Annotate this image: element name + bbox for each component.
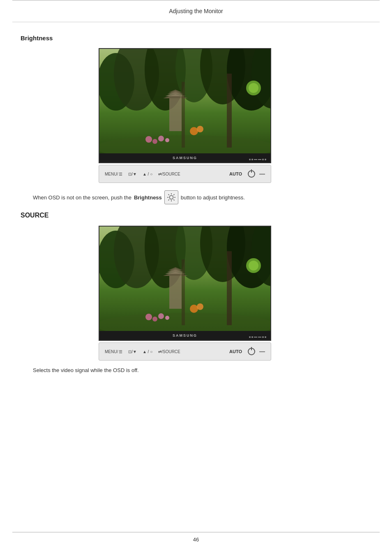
samsung-logo-2: SAMSUNG bbox=[173, 333, 197, 338]
indicator-4 bbox=[265, 159, 266, 160]
indicator-8 bbox=[265, 336, 266, 338]
indicator-line-2 bbox=[258, 159, 261, 160]
svg-rect-60 bbox=[99, 227, 271, 333]
page-footer: 46 bbox=[0, 532, 392, 543]
menu-icon: MENU/ bbox=[105, 172, 118, 176]
source-brightness-button[interactable]: ▲ / ○ bbox=[143, 349, 152, 354]
source-description: Selects the video signal while the OSD i… bbox=[21, 367, 371, 373]
source-power-button[interactable] bbox=[248, 348, 255, 355]
page-title: Adjusting the Monitor bbox=[169, 8, 223, 14]
indicator-7 bbox=[262, 336, 264, 338]
svg-point-26 bbox=[169, 196, 173, 199]
menu-lines-icon: ☰ bbox=[119, 172, 122, 176]
source-auto-button[interactable]: AUTO bbox=[229, 349, 242, 354]
source-section: SOURCE bbox=[21, 212, 371, 373]
bottom-border bbox=[12, 532, 380, 532]
brightness-control-bar: MENU/ ☰ ⊡/▼ ▲ / ○ ⇄/SOURCE AUTO — bbox=[99, 165, 271, 183]
source-src-button[interactable]: ⇄/SOURCE bbox=[158, 349, 180, 354]
page-number: 46 bbox=[0, 536, 392, 543]
source-brightness-up-icon: ▲ / ○ bbox=[143, 349, 152, 354]
source-button[interactable]: ⇄/SOURCE bbox=[158, 172, 180, 176]
indicator-6 bbox=[251, 336, 253, 338]
brightness-up-icon: ▲ / ○ bbox=[143, 172, 152, 176]
menu-button[interactable]: MENU/ ☰ bbox=[105, 172, 122, 176]
source-down-icon: ⊡/▼ bbox=[128, 349, 137, 354]
source-dash-label: — bbox=[259, 348, 265, 355]
page-header: Adjusting the Monitor bbox=[12, 0, 380, 22]
indicator-line-1 bbox=[254, 159, 257, 160]
monitor-indicators-1 bbox=[249, 159, 266, 160]
monitor-brand-bar-1: SAMSUNG bbox=[99, 153, 270, 162]
monitor-brand-bar-2: SAMSUNG bbox=[99, 331, 270, 340]
indicator-line-4 bbox=[258, 337, 261, 338]
brightness-bold: Brightness bbox=[134, 194, 162, 201]
brightness-button[interactable]: ▲ / ○ bbox=[143, 172, 152, 176]
svg-rect-25 bbox=[99, 49, 271, 155]
brightness-description: When OSD is not on the screen, push the … bbox=[21, 190, 371, 204]
brightness-monitor-screen: SAMSUNG bbox=[99, 48, 271, 163]
down-icon: ⊡/▼ bbox=[128, 172, 137, 176]
source-menu-lines-icon: ☰ bbox=[119, 349, 122, 354]
content-area: Brightness bbox=[0, 22, 392, 386]
brightness-heading: Brightness bbox=[21, 35, 371, 42]
indicator-3 bbox=[262, 159, 264, 160]
brightness-monitor-wrapper: SAMSUNG MENU/ ☰ ⊡/▼ ▲ / ○ bbox=[99, 48, 371, 183]
brightness-desc-after: button to adjust brightness. bbox=[181, 194, 245, 201]
source-down-button[interactable]: ⊡/▼ bbox=[128, 349, 137, 354]
indicator-1 bbox=[249, 159, 251, 160]
source-heading: SOURCE bbox=[21, 212, 371, 219]
indicator-line-3 bbox=[254, 337, 257, 338]
source-menu-icon: MENU/ bbox=[105, 349, 118, 354]
samsung-logo-1: SAMSUNG bbox=[173, 156, 197, 160]
source-src-icon: ⇄/SOURCE bbox=[158, 349, 180, 354]
power-button[interactable] bbox=[248, 170, 255, 178]
svg-line-33 bbox=[173, 194, 174, 195]
source-menu-button[interactable]: MENU/ ☰ bbox=[105, 349, 122, 354]
source-monitor-screen: SAMSUNG bbox=[99, 226, 271, 341]
dash-label: — bbox=[259, 171, 265, 177]
indicator-2 bbox=[251, 159, 253, 160]
down-button[interactable]: ⊡/▼ bbox=[128, 172, 137, 176]
brightness-icon-button bbox=[164, 190, 178, 204]
monitor-indicators-2 bbox=[249, 336, 266, 338]
brightness-desc-before: When OSD is not on the screen, push the bbox=[33, 194, 131, 201]
auto-button[interactable]: AUTO bbox=[229, 171, 242, 176]
svg-line-32 bbox=[173, 199, 174, 200]
svg-line-31 bbox=[168, 194, 169, 195]
indicator-5 bbox=[249, 336, 251, 338]
svg-line-34 bbox=[168, 199, 169, 200]
source-icon: ⇄/SOURCE bbox=[158, 172, 180, 176]
source-monitor-wrapper: SAMSUNG MENU/ ☰ bbox=[99, 226, 371, 361]
source-control-bar: MENU/ ☰ ⊡/▼ ▲ / ○ ⇄/SOURCE AUTO — bbox=[99, 342, 271, 361]
